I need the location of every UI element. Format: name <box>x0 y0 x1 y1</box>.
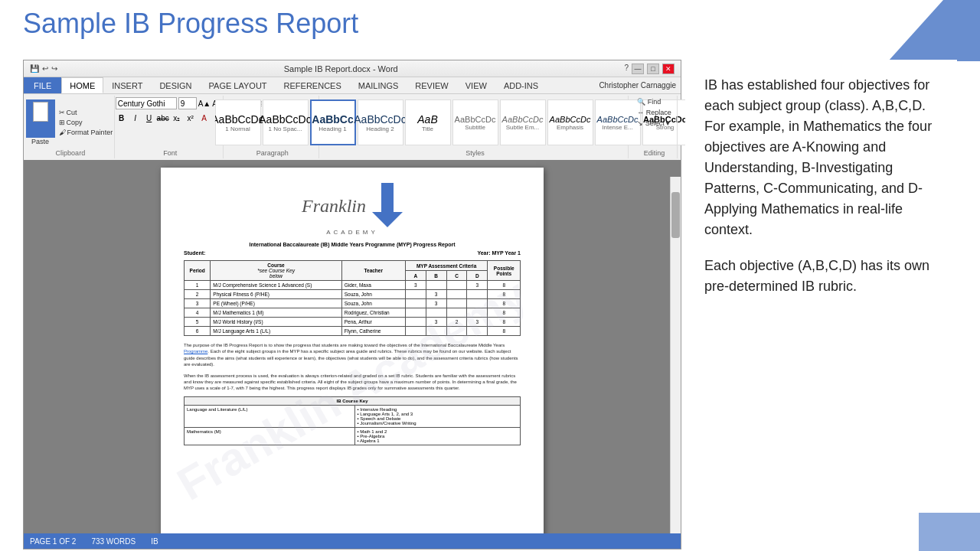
course-header: Course*see Course Keybelow <box>211 261 341 281</box>
student-info: Student: Year: MYP Year 1 <box>184 250 521 256</box>
lang-lit-subject: Language and Literature (L/L) <box>185 405 355 427</box>
right-text-1: IB has established four objectives for e… <box>704 75 938 240</box>
style-title[interactable]: AaB Title <box>405 99 451 145</box>
tab-add-ins[interactable]: ADD-INS <box>495 77 547 93</box>
academy-name-text: Franklin <box>302 196 366 217</box>
course-key-title: IB Course Key <box>185 396 521 405</box>
copy-button[interactable]: ⊞Copy <box>57 118 116 127</box>
font-grow-button[interactable]: A▲ <box>198 99 211 108</box>
styles-group: AaBbCcDc 1 Normal AaBbCcDc 1 No Spac... … <box>322 96 629 158</box>
replace-button[interactable]: ↔ Replace <box>635 108 674 117</box>
tab-design[interactable]: DESIGN <box>151 77 200 93</box>
superscript-button[interactable]: x² <box>185 112 197 124</box>
table-row: 2 Physical Fitness 6 (P/HE) Souza, John … <box>185 290 521 299</box>
format-painter-button[interactable]: 🖌Format Painter <box>57 128 116 137</box>
criteria-b-header: B <box>426 271 446 281</box>
svg-marker-1 <box>372 212 403 227</box>
select-button[interactable]: ↘ Select▼ <box>635 119 673 128</box>
editing-label: Editing <box>644 148 665 157</box>
editing-controls[interactable]: 🔍 Find ↔ Replace ↘ Select▼ <box>635 97 674 148</box>
language-indicator: IB <box>151 537 158 546</box>
lang-lit-codes: • Intensive Reading • Language Arts 1, 2… <box>354 405 520 427</box>
style-heading1[interactable]: AaBbCc Heading 1 <box>310 99 356 145</box>
scrollbar-thumb[interactable] <box>671 192 680 238</box>
teacher-header: Teacher <box>341 261 405 281</box>
font-name-input[interactable] <box>116 97 177 109</box>
font-controls[interactable]: A▲ A▼ B I U abc x₂ x² A 🖍 <box>116 97 225 148</box>
math-subject: Mathematics (M) <box>185 427 355 445</box>
clipboard-group: Paste ✂Cut ⊞Copy 🖌Format Painter Clipboa… <box>27 96 115 158</box>
underline-button[interactable]: U <box>143 112 155 124</box>
table-body: 1 M/J Comprehensive Science 1 Advanced (… <box>185 281 521 336</box>
ribbon-content: Paste ✂Cut ⊞Copy 🖌Format Painter Clipboa… <box>24 94 681 160</box>
title-bar: 💾 ↩ ↪ Sample IB Report.docx - Word ? — □… <box>24 60 681 77</box>
style-normal[interactable]: AaBbCcDc 1 Normal <box>215 99 261 145</box>
find-button[interactable]: 🔍 Find <box>635 97 663 106</box>
paste-button[interactable]: Paste <box>26 99 55 145</box>
paste-label: Paste <box>31 138 49 145</box>
styles-label: Styles <box>466 148 485 157</box>
criteria-a-header: A <box>405 271 426 281</box>
tab-insert[interactable]: INSERT <box>103 77 151 93</box>
text-color-button[interactable]: A <box>198 112 211 124</box>
table-row: 4 M/J Mathematics 1 (M) Rodriguez, Chris… <box>185 308 521 318</box>
window-controls[interactable]: ? — □ ✕ <box>624 64 675 74</box>
right-panel: IB has established four objectives for e… <box>685 60 957 549</box>
document-area: Franklin Academy Franklin ACADEMY Intern… <box>24 160 681 533</box>
table-row: 5 M/J World History (I/S) Pena, Arthur 3… <box>185 318 521 327</box>
tab-references[interactable]: REFERENCES <box>276 77 350 93</box>
style-subtle-emphasis[interactable]: AaBbCcDc Subtle Em... <box>500 99 546 145</box>
blue-arrow-icon <box>372 183 403 229</box>
myp-criteria-header: MYP Assessment Criteria <box>405 261 488 271</box>
paragraph-label: Paragraph <box>256 148 289 157</box>
math-codes: • Math 1 and 2 • Pre-Algebra • Algebra 1 <box>354 427 520 445</box>
academy-subtitle: ACADEMY <box>326 229 378 236</box>
svg-rect-0 <box>381 183 394 212</box>
strikethrough-button[interactable]: abc <box>157 112 169 124</box>
font-label: Font <box>163 148 177 157</box>
ribbon-tabs[interactable]: FILE HOME INSERT DESIGN PAGE LAYOUT REFE… <box>24 77 681 94</box>
maximize-button[interactable]: □ <box>647 64 659 74</box>
style-emphasis[interactable]: AaBbCcDc Emphasis <box>547 99 593 145</box>
period-header: Period <box>185 261 211 281</box>
style-heading2[interactable]: AaBbCcDc Heading 2 <box>358 99 403 145</box>
bold-button[interactable]: B <box>116 112 128 124</box>
font-size-input[interactable] <box>178 97 197 109</box>
page-count: PAGE 1 OF 2 <box>30 537 76 546</box>
academy-logo: Franklin <box>302 183 403 229</box>
document-page: Franklin Academy Franklin ACADEMY Intern… <box>161 168 544 533</box>
italic-button[interactable]: I <box>129 112 142 124</box>
tab-page-layout[interactable]: PAGE LAYOUT <box>201 77 276 93</box>
academy-header: Franklin ACADEMY <box>184 183 521 236</box>
decorative-shape-top <box>888 0 980 61</box>
tab-view[interactable]: VIEW <box>457 77 495 93</box>
body-text-1: The purpose of the IB Progress Report is… <box>184 342 521 368</box>
right-text-2: Each objective (A,B,C,D) has its own pre… <box>704 256 938 297</box>
assessment-table: Period Course*see Course Keybelow Teache… <box>184 260 521 336</box>
word-count: 733 WORDS <box>91 537 136 546</box>
criteria-c-header: C <box>446 271 467 281</box>
decorative-shape-bottom <box>919 513 980 551</box>
tab-file[interactable]: FILE <box>24 77 61 93</box>
style-no-spacing[interactable]: AaBbCcDc 1 No Spac... <box>263 99 309 145</box>
tab-mailings[interactable]: MAILINGS <box>350 77 407 93</box>
quick-access-toolbar: 💾 ↩ ↪ <box>30 64 57 73</box>
clipboard-small-buttons[interactable]: ✂Cut ⊞Copy 🖌Format Painter <box>57 108 116 137</box>
document-title: Sample IB Report.docx - Word <box>284 64 398 73</box>
style-subtitle[interactable]: AaBbCcDc Subtitle <box>452 99 498 145</box>
tab-review[interactable]: REVIEW <box>407 77 456 93</box>
year-label: Year: MYP Year 1 <box>477 250 521 256</box>
table-row: 6 M/J Language Arts 1 (L/L) Flynn, Cathe… <box>185 327 521 336</box>
subscript-button[interactable]: x₂ <box>171 112 183 124</box>
clipboard-buttons[interactable]: Paste ✂Cut ⊞Copy 🖌Format Painter <box>26 97 116 148</box>
criteria-d-header: D <box>467 271 488 281</box>
font-group: A▲ A▼ B I U abc x₂ x² A 🖍 Font <box>118 96 224 158</box>
cut-button[interactable]: ✂Cut <box>57 108 116 117</box>
student-label: Student: <box>184 250 205 256</box>
tab-home[interactable]: HOME <box>61 77 103 93</box>
vertical-scrollbar[interactable] <box>670 177 681 533</box>
word-window: 💾 ↩ ↪ Sample IB Report.docx - Word ? — □… <box>23 60 681 549</box>
close-button[interactable]: ✕ <box>662 64 675 74</box>
minimize-button[interactable]: — <box>632 64 644 74</box>
body-text-2: When the IB assessment process is used, … <box>184 373 521 392</box>
